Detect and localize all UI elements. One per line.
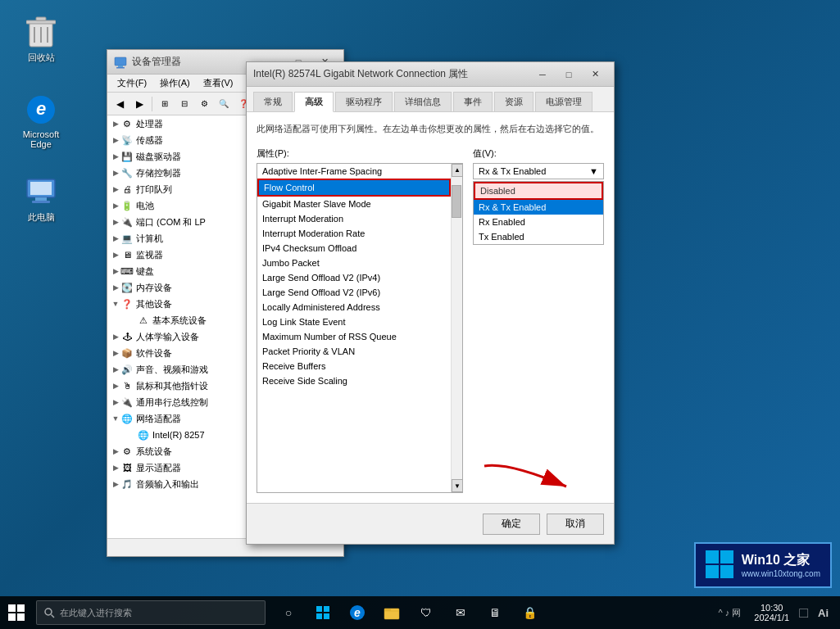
svg-rect-13 bbox=[720, 550, 733, 563]
tab-general[interactable]: 常规 bbox=[253, 92, 293, 111]
menu-view[interactable]: 查看(V) bbox=[197, 75, 240, 91]
properties-tabs: 常规 高级 驱动程序 详细信息 事件 资源 电源管理 bbox=[247, 87, 614, 112]
property-item-ipv4[interactable]: IPv4 Checksum Offload bbox=[257, 241, 451, 256]
tab-advanced[interactable]: 高级 bbox=[294, 92, 334, 112]
taskbar-shield-btn[interactable]: 🛡 bbox=[410, 596, 443, 629]
ai-label[interactable]: Ai bbox=[813, 605, 833, 621]
win10-text: Win10 之家 bbox=[742, 552, 820, 569]
explorer-icon bbox=[384, 604, 400, 621]
scroll-thumb[interactable] bbox=[452, 185, 461, 218]
taskbar-view-btn[interactable]: ○ bbox=[272, 596, 305, 629]
svg-rect-28 bbox=[316, 613, 322, 619]
menu-action[interactable]: 操作(A) bbox=[153, 75, 197, 91]
cancel-button[interactable]: 取消 bbox=[547, 514, 604, 535]
prop-close[interactable]: ✕ bbox=[583, 66, 607, 83]
value-label: 值(V): bbox=[473, 147, 604, 160]
value-opt-tx[interactable]: Tx Enabled bbox=[474, 229, 603, 244]
property-list-container: 属性(P): Adaptive Inter-Frame Spacing Flow… bbox=[257, 147, 463, 494]
tab-details[interactable]: 详细信息 bbox=[394, 92, 452, 111]
start-button[interactable] bbox=[0, 596, 33, 629]
desktop-icon-recycle-bin[interactable]: 回收站 bbox=[12, 12, 70, 67]
taskbar-running-apps: ○ e bbox=[272, 596, 546, 629]
property-item-rss[interactable]: Maximum Number of RSS Queue bbox=[257, 329, 451, 344]
scroll-down-btn[interactable]: ▼ bbox=[452, 479, 463, 492]
property-list-scrollbar[interactable]: ▲ ▼ bbox=[451, 164, 462, 493]
property-item-lso-v6[interactable]: Large Send Offload V2 (IPv6) bbox=[257, 285, 451, 300]
property-item-lso-v4[interactable]: Large Send Offload V2 (IPv4) bbox=[257, 270, 451, 285]
svg-rect-22 bbox=[8, 613, 16, 621]
svg-rect-23 bbox=[17, 613, 25, 621]
device-manager-icon bbox=[114, 56, 127, 69]
value-dropdown[interactable]: Disabled Rx & Tx Enabled Rx Enabled Tx E… bbox=[473, 181, 604, 245]
toolbar-btn1[interactable]: ⊞ bbox=[156, 95, 174, 113]
menu-file[interactable]: 文件(F) bbox=[111, 75, 153, 91]
property-item-packet[interactable]: Packet Priority & VLAN bbox=[257, 344, 451, 359]
toolbar-back[interactable]: ◀ bbox=[111, 95, 129, 113]
tray-area[interactable]: ^ ♪ 网 bbox=[715, 605, 745, 621]
tab-resources[interactable]: 资源 bbox=[494, 92, 534, 111]
audio-icon: 🔊 bbox=[120, 363, 134, 376]
value-select-header[interactable]: Rx & Tx Enabled ▼ bbox=[473, 163, 604, 179]
property-item-gigabit[interactable]: Gigabit Master Slave Mode bbox=[257, 197, 451, 211]
scroll-up-btn[interactable]: ▲ bbox=[452, 164, 463, 177]
property-item-rss2[interactable]: Receive Side Scaling bbox=[257, 373, 451, 388]
taskbar-store-btn[interactable] bbox=[306, 596, 339, 629]
memory-icon: 💽 bbox=[120, 281, 134, 294]
taskbar-edge-btn[interactable]: e bbox=[341, 596, 374, 629]
properties-content: 此网络适配器可使用下列属性。在左边单击你想更改的属性，然后在右边选择它的值。 属… bbox=[247, 112, 614, 503]
property-item-interrupt-rate[interactable]: Interrupt Moderation Rate bbox=[257, 226, 451, 241]
svg-rect-9 bbox=[30, 182, 52, 195]
property-item-local-addr[interactable]: Locally Administered Address bbox=[257, 300, 451, 314]
hid-icon: 🕹 bbox=[120, 330, 134, 343]
property-item-rcv-buf[interactable]: Receive Buffers bbox=[257, 359, 451, 373]
disk-icon: 💾 bbox=[120, 150, 134, 163]
desktop-icon-computer[interactable]: 此电脑 bbox=[12, 172, 70, 227]
svg-rect-20 bbox=[8, 604, 16, 612]
scroll-track bbox=[452, 177, 462, 480]
edge-taskbar-icon: e bbox=[349, 604, 366, 621]
value-opt-rx[interactable]: Rx Enabled bbox=[474, 215, 603, 229]
value-opt-rx-tx[interactable]: Rx & Tx Enabled bbox=[474, 200, 603, 215]
other-icon: ❓ bbox=[120, 297, 134, 310]
property-list[interactable]: Adaptive Inter-Frame Spacing Flow Contro… bbox=[257, 164, 451, 493]
prop-minimize[interactable]: ─ bbox=[530, 66, 555, 83]
tab-power[interactable]: 电源管理 bbox=[535, 92, 593, 111]
property-item-jumbo[interactable]: Jumbo Packet bbox=[257, 256, 451, 270]
battery-icon: 🔋 bbox=[120, 199, 134, 212]
taskbar-mail-btn[interactable]: ✉ bbox=[444, 596, 477, 629]
computer-tree-icon: 💻 bbox=[120, 232, 134, 245]
tab-events[interactable]: 事件 bbox=[453, 92, 493, 111]
desktop-icon-edge[interactable]: e MicrosoftEdge bbox=[12, 90, 70, 152]
taskbar-monitor-btn[interactable]: 🖥 bbox=[479, 596, 511, 629]
clock[interactable]: 10:30 2024/1/1 bbox=[749, 601, 794, 624]
value-opt-disabled[interactable]: Disabled bbox=[474, 182, 603, 200]
software-icon: 📦 bbox=[120, 346, 134, 360]
svg-rect-29 bbox=[324, 613, 329, 619]
property-item-interrupt-mod[interactable]: Interrupt Moderation bbox=[257, 211, 451, 226]
notification-btn[interactable]: □ bbox=[799, 604, 808, 622]
toolbar-forward[interactable]: ▶ bbox=[130, 95, 148, 113]
svg-rect-14 bbox=[706, 565, 719, 578]
property-list-label: 属性(P): bbox=[257, 147, 463, 160]
property-item-flow-control[interactable]: Flow Control bbox=[257, 179, 451, 197]
display-icon: 🖼 bbox=[120, 461, 134, 474]
prop-maximize[interactable]: □ bbox=[556, 66, 581, 83]
properties-controls: ─ □ ✕ bbox=[530, 66, 607, 83]
toolbar-btn2[interactable]: ⊟ bbox=[175, 95, 193, 113]
svg-text:e: e bbox=[354, 606, 361, 619]
toolbar-btn3[interactable]: ⚙ bbox=[195, 95, 213, 113]
desktop: 回收站 e MicrosoftEdge 此电脑 bbox=[0, 0, 840, 629]
search-placeholder: 在此键入进行搜索 bbox=[60, 607, 132, 619]
toolbar-btn4[interactable]: 🔍 bbox=[215, 95, 233, 113]
port-icon: 🔌 bbox=[120, 215, 134, 229]
tab-driver[interactable]: 驱动程序 bbox=[335, 92, 393, 111]
store-icon bbox=[316, 605, 330, 620]
ok-button[interactable]: 确定 bbox=[483, 514, 540, 535]
property-item-adaptive[interactable]: Adaptive Inter-Frame Spacing bbox=[257, 164, 451, 179]
properties-dialog: Intel(R) 82574L Gigabit Network Connecti… bbox=[246, 61, 615, 545]
taskbar-lock-btn[interactable]: 🔒 bbox=[513, 596, 546, 629]
search-box[interactable]: 在此键入进行搜索 bbox=[36, 600, 266, 625]
property-item-log[interactable]: Log Link State Event bbox=[257, 314, 451, 329]
svg-rect-17 bbox=[118, 66, 123, 67]
taskbar-explorer-btn[interactable] bbox=[375, 596, 408, 629]
